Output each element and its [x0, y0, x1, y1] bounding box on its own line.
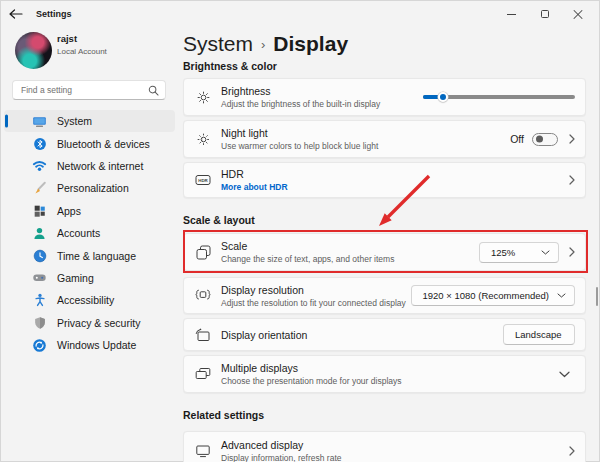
svg-text:HDR: HDR — [198, 178, 208, 183]
chevron-right-icon — [569, 175, 575, 185]
sidebar-item-apps[interactable]: Apps — [4, 200, 175, 222]
scale-dropdown[interactable]: 125% — [479, 242, 559, 263]
chevron-expand-icon[interactable] — [559, 371, 570, 378]
brightness-row[interactable]: Brightness Adjust the brightness of the … — [183, 78, 586, 116]
hdr-icon: HDR — [194, 172, 212, 188]
display-orientation-title: Display orientation — [221, 329, 503, 341]
scrollbar-thumb[interactable] — [596, 287, 599, 306]
bluetooth-icon — [32, 136, 47, 151]
night-light-subtitle: Use warmer colors to help block blue lig… — [221, 141, 510, 151]
chevron-right-icon — [569, 247, 575, 257]
advanced-display-icon — [194, 443, 212, 459]
display-orientation-row[interactable]: Display orientation Landscape — [183, 318, 586, 351]
windows-update-icon — [32, 338, 47, 353]
display-orientation-dropdown-value: Landscape — [515, 329, 561, 340]
breadcrumb-parent[interactable]: System — [183, 32, 253, 56]
chevron-right-icon — [569, 446, 575, 456]
brightness-slider-thumb[interactable] — [438, 92, 448, 102]
system-icon — [32, 114, 47, 129]
chevron-down-icon — [541, 250, 550, 255]
sidebar-item-accessibility[interactable]: Accessibility — [4, 289, 175, 311]
scale-row[interactable]: Scale Change the size of text, apps, and… — [183, 233, 586, 271]
scale-dropdown-value: 125% — [491, 247, 515, 258]
multiple-displays-row[interactable]: Multiple displays Choose the presentatio… — [183, 355, 586, 393]
hdr-more-link[interactable]: More about HDR — [221, 182, 569, 192]
night-light-row[interactable]: Night light Use warmer colors to help bl… — [183, 120, 586, 158]
scale-title: Scale — [221, 240, 479, 252]
section-related-settings: Related settings — [183, 409, 264, 421]
night-light-title: Night light — [221, 127, 510, 139]
breadcrumb-separator: › — [261, 37, 265, 52]
maximize-icon — [541, 10, 549, 18]
window-title: Settings — [36, 9, 72, 19]
network-icon — [32, 158, 47, 173]
advanced-display-title: Advanced display — [221, 439, 569, 451]
page-title: Display — [273, 32, 348, 56]
personalization-icon — [32, 181, 47, 196]
display-resolution-subtitle: Adjust the resolution to fit your connec… — [221, 298, 411, 308]
accounts-icon — [32, 226, 47, 241]
close-icon — [573, 9, 583, 19]
sidebar-item-bluetooth-devices[interactable]: Bluetooth & devices — [4, 132, 175, 154]
chevron-down-icon — [557, 293, 566, 298]
night-light-toggle[interactable] — [532, 133, 558, 146]
display-orientation-dropdown[interactable]: Landscape — [503, 324, 575, 345]
time-language-icon — [32, 248, 47, 263]
back-button[interactable] — [0, 0, 32, 28]
sidebar-item-accounts[interactable]: Accounts — [4, 222, 175, 244]
display-resolution-dropdown[interactable]: 1920 × 1080 (Recommended) — [411, 285, 575, 306]
breadcrumb: System › Display — [183, 32, 348, 56]
sidebar-item-time-language[interactable]: Time & language — [4, 244, 175, 266]
display-resolution-icon — [194, 288, 212, 304]
gaming-icon — [32, 270, 47, 285]
search-input[interactable] — [21, 85, 148, 95]
user-name: rajst — [57, 33, 77, 44]
night-light-icon — [194, 131, 212, 147]
back-arrow-icon — [9, 9, 23, 19]
multiple-displays-subtitle: Choose the presentation mode for your di… — [221, 376, 559, 386]
section-scale-layout: Scale & layout — [183, 214, 255, 226]
search-icon — [148, 85, 159, 96]
settings-window: Settings rajst Local Account System Blue… — [0, 0, 600, 462]
minimize-icon — [507, 14, 516, 15]
sidebar-item-personalization[interactable]: Personalization — [4, 177, 175, 199]
hdr-title: HDR — [221, 168, 569, 180]
sidebar-nav: System Bluetooth & devices Network & int… — [4, 110, 175, 356]
chevron-right-icon — [569, 134, 575, 144]
maximize-button[interactable] — [528, 0, 561, 28]
brightness-subtitle: Adjust the brightness of the built-in di… — [221, 99, 423, 109]
sidebar-item-system[interactable]: System — [4, 110, 175, 132]
privacy-security-icon — [32, 315, 47, 330]
display-orientation-icon — [194, 327, 212, 343]
display-resolution-dropdown-value: 1920 × 1080 (Recommended) — [423, 290, 549, 301]
search-box[interactable] — [12, 80, 166, 100]
sidebar-item-privacy-security[interactable]: Privacy & security — [4, 312, 175, 334]
multiple-displays-title: Multiple displays — [221, 362, 559, 374]
avatar[interactable] — [15, 32, 52, 69]
minimize-button[interactable] — [495, 0, 528, 28]
close-button[interactable] — [561, 0, 594, 28]
multiple-displays-icon — [194, 366, 212, 382]
hdr-row[interactable]: HDR HDR More about HDR — [183, 162, 586, 198]
titlebar: Settings — [0, 0, 600, 28]
brightness-slider[interactable] — [423, 95, 575, 99]
display-resolution-row[interactable]: Display resolution Adjust the resolution… — [183, 277, 586, 314]
sidebar-item-windows-update[interactable]: Windows Update — [4, 334, 175, 356]
section-brightness-color: Brightness & color — [183, 60, 277, 72]
scale-icon — [194, 244, 212, 260]
sidebar-item-gaming[interactable]: Gaming — [4, 267, 175, 289]
sidebar-item-network-internet[interactable]: Network & internet — [4, 155, 175, 177]
apps-icon — [32, 203, 47, 218]
brightness-icon — [194, 89, 212, 105]
user-account-type: Local Account — [57, 47, 107, 56]
scale-subtitle: Change the size of text, apps, and other… — [221, 254, 479, 264]
display-resolution-title: Display resolution — [221, 284, 411, 296]
advanced-display-row[interactable]: Advanced display Display information, re… — [183, 431, 586, 462]
brightness-title: Brightness — [221, 85, 423, 97]
night-light-toggle-label: Off — [510, 133, 524, 145]
accessibility-icon — [32, 293, 47, 308]
advanced-display-subtitle: Display information, refresh rate — [221, 453, 569, 462]
